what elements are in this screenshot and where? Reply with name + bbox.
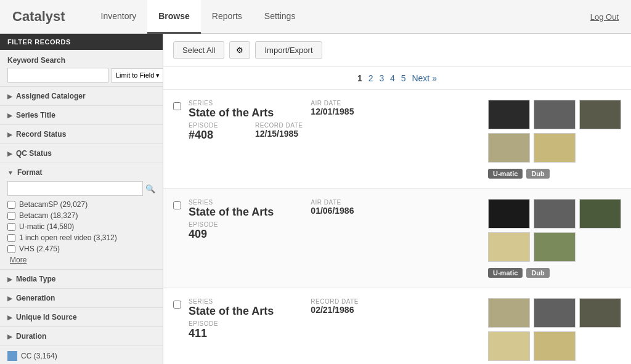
tab-browse[interactable]: Browse xyxy=(147,0,201,34)
page-3-link[interactable]: 3 xyxy=(379,73,384,83)
format-checkbox-vhs[interactable] xyxy=(7,245,15,253)
record-3-recorddate-label: RECORD DATE xyxy=(311,298,359,305)
format-label-betacamsp: BetacamSP (29,027) xyxy=(19,200,88,209)
thumb[interactable] xyxy=(579,199,621,229)
badge-dub: Dub xyxy=(526,169,549,179)
thumb[interactable] xyxy=(534,199,576,229)
record-3-recorddate-value: 02/21/1986 xyxy=(311,305,359,315)
keyword-input[interactable] xyxy=(7,68,108,83)
duration-section[interactable]: Duration xyxy=(0,326,163,346)
sidebar-header: Filter Records xyxy=(0,34,163,50)
tab-inventory[interactable]: Inventory xyxy=(90,0,148,34)
record-1-checkbox[interactable] xyxy=(173,102,181,110)
format-title[interactable]: Format xyxy=(7,168,155,177)
tab-reports[interactable]: Reports xyxy=(201,0,253,34)
thumb[interactable] xyxy=(579,298,621,328)
thumb[interactable] xyxy=(534,100,576,129)
format-label-betacam: Betacam (18,327) xyxy=(19,211,78,220)
nav-tabs: Inventory Browse Reports Settings xyxy=(90,0,307,34)
gear-button[interactable]: ⚙ xyxy=(229,41,250,59)
thumb[interactable] xyxy=(488,298,530,328)
record-1-top-row: SERIES State of the Arts AIR DATE 12/01/… xyxy=(189,100,481,119)
record-status-label: Record Status xyxy=(16,130,66,139)
assigned-cataloger-section[interactable]: Assigned Cataloger xyxy=(0,86,163,105)
format-checkbox-umatic[interactable] xyxy=(7,223,15,231)
generation-title: Generation xyxy=(7,294,155,302)
record-1-bottom-row: EPISODE #408 RECORD DATE 12/15/1985 xyxy=(189,122,481,142)
thumb[interactable] xyxy=(488,232,530,262)
page-1-link[interactable]: 1 xyxy=(357,73,362,83)
unique-id-source-section[interactable]: Unique Id Source xyxy=(0,307,163,326)
format-checkbox-betacamsp[interactable] xyxy=(7,201,15,209)
unique-id-source-title: Unique Id Source xyxy=(7,313,155,322)
import-export-button[interactable]: Import/Export xyxy=(255,41,322,59)
media-type-title: Media Type xyxy=(7,275,155,283)
record-3-checkbox[interactable] xyxy=(173,301,181,309)
select-all-button[interactable]: Select All xyxy=(173,41,224,59)
assigned-cataloger-arrow xyxy=(7,93,12,100)
record-1-episode: EPISODE #408 xyxy=(189,122,218,142)
series-title-section[interactable]: Series Title xyxy=(0,105,163,124)
record-2-airdate: AIR DATE 01/06/1986 xyxy=(311,199,354,219)
qc-status-title: QC Status xyxy=(7,149,155,158)
thumb[interactable] xyxy=(488,199,530,229)
format-checkbox-betacam[interactable] xyxy=(7,212,15,220)
format-option-betacamsp: BetacamSP (29,027) xyxy=(7,200,155,209)
assigned-cataloger-label: Assigned Cataloger xyxy=(16,92,86,100)
duration-arrow xyxy=(7,333,12,340)
page-5-link[interactable]: 5 xyxy=(401,73,406,83)
page-4-link[interactable]: 4 xyxy=(390,73,395,83)
media-type-label: Media Type xyxy=(16,275,55,283)
media-type-section[interactable]: Media Type xyxy=(0,269,163,288)
thumb[interactable] xyxy=(488,331,530,361)
badge-umatic: U-matic xyxy=(488,169,523,179)
generation-label: Generation xyxy=(16,294,55,302)
next-link[interactable]: Next » xyxy=(412,73,436,83)
record-1-episode-value: #408 xyxy=(189,129,218,142)
duration-title: Duration xyxy=(7,332,155,341)
limit-field-button[interactable]: Limit to Field ▾ xyxy=(111,68,163,83)
thumb[interactable] xyxy=(534,133,576,163)
format-checkbox-1inch[interactable] xyxy=(7,234,15,242)
record-status-section[interactable]: Record Status xyxy=(0,124,163,144)
format-more-link[interactable]: More xyxy=(7,256,155,264)
record-3-series: SERIES State of the Arts xyxy=(189,298,274,318)
brand: Catalyst xyxy=(12,9,78,25)
format-option-betacam: Betacam (18,327) xyxy=(7,211,155,220)
record-2-series-label: SERIES xyxy=(189,199,274,206)
duration-label: Duration xyxy=(16,332,46,341)
badge-cc-row: CC (3,164) xyxy=(7,351,155,361)
thumb[interactable] xyxy=(534,232,576,262)
format-label: Format xyxy=(17,168,43,177)
qc-status-section[interactable]: QC Status xyxy=(0,144,163,163)
thumb[interactable] xyxy=(488,133,530,163)
record-1-series-value: State of the Arts xyxy=(189,107,274,119)
unique-id-source-arrow xyxy=(7,314,12,321)
main-layout: Filter Records Keyword Search Limit to F… xyxy=(0,34,631,364)
generation-section[interactable]: Generation xyxy=(0,288,163,307)
thumb[interactable] xyxy=(488,100,530,129)
logout-button[interactable]: Log Out xyxy=(590,12,619,22)
badge-umatic-2: U-matic xyxy=(488,268,523,278)
format-label-vhs: VHS (2,475) xyxy=(19,245,60,253)
keyword-label: Keyword Search xyxy=(7,56,155,65)
next-label: Next xyxy=(412,73,429,83)
badge-cc-checkbox[interactable] xyxy=(7,351,17,361)
badge-cc-label: CC (3,164) xyxy=(21,352,57,360)
thumb[interactable] xyxy=(579,100,621,129)
record-2-episode-label: EPISODE xyxy=(189,221,218,228)
record-3-info: SERIES State of the Arts RECORD DATE 02/… xyxy=(189,298,481,342)
record-1-thumb-row-2 xyxy=(488,133,621,163)
page-2-link[interactable]: 2 xyxy=(368,73,373,83)
format-search-input[interactable] xyxy=(7,181,143,196)
record-2-episode: EPISODE 409 xyxy=(189,221,218,241)
record-2-thumbnails: U-matic Dub xyxy=(488,199,621,278)
format-section: Format 🔍 BetacamSP (29,027) Betacam (18,… xyxy=(0,163,163,269)
table-row: SERIES State of the Arts AIR DATE 01/06/… xyxy=(163,189,631,288)
thumb[interactable] xyxy=(534,331,576,361)
record-2-checkbox[interactable] xyxy=(173,201,181,209)
keyword-section: Keyword Search Limit to Field ▾ xyxy=(0,50,163,86)
format-search-row: 🔍 xyxy=(7,181,155,196)
thumb[interactable] xyxy=(534,298,576,328)
tab-settings[interactable]: Settings xyxy=(253,0,307,34)
